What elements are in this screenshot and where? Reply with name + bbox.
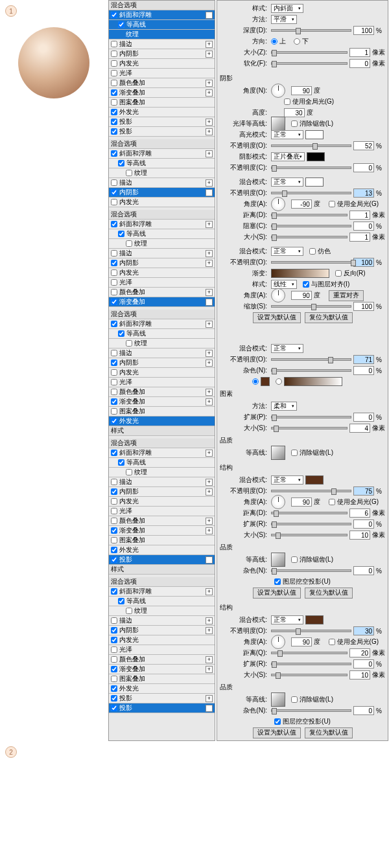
effects-panel: 混合选项 斜面和浮雕+ 等高线 纹理 描边+ 内阴影+ 内发光 光泽 颜色叠加+… <box>108 0 215 741</box>
inner-shadow-6[interactable]: 内阴影+ <box>109 626 215 635</box>
global-light-cb[interactable] <box>284 98 290 105</box>
satin-4[interactable]: 光泽 <box>109 378 215 387</box>
blend-options-2[interactable]: 混合选项 <box>109 139 215 149</box>
reset-default-btn[interactable]: 复位为默认值 <box>305 312 353 323</box>
angle-dial[interactable] <box>271 84 285 98</box>
bevel-emboss-5[interactable]: 斜面和浮雕+ <box>109 448 215 458</box>
texture-4[interactable]: 纹理 <box>109 339 215 348</box>
drop-shadow2[interactable]: 投影+ <box>109 127 215 137</box>
satin-6[interactable]: 光泽 <box>109 645 215 655</box>
stroke-4[interactable]: 描边+ <box>109 348 215 358</box>
stroke[interactable]: 描边+ <box>109 40 215 49</box>
dir-down[interactable] <box>294 38 300 45</box>
preview-sphere <box>18 27 89 98</box>
color-overlay-5[interactable]: 颜色叠加+ <box>109 516 215 526</box>
outer-glow-6[interactable]: 外发光 <box>109 684 215 694</box>
style-5[interactable]: 样式 <box>109 565 215 575</box>
color-overlay-3[interactable]: 颜色叠加+ <box>109 288 215 297</box>
texture-2[interactable]: 纹理 <box>109 168 215 178</box>
bevel-emboss-2[interactable]: 斜面和浮雕+ <box>109 149 215 159</box>
drop-shadow-6b[interactable]: 投影+ <box>109 703 215 713</box>
inner-glow-3[interactable]: 内发光 <box>109 268 215 278</box>
inner-shadow-4[interactable]: 内阴影+ <box>109 358 215 368</box>
inner-glow-4[interactable]: 内发光 <box>109 368 215 378</box>
pattern-overlay-4[interactable]: 图案叠加 <box>109 407 215 417</box>
bevel-emboss-6[interactable]: 斜面和浮雕+ <box>109 587 215 597</box>
gloss-contour[interactable] <box>271 117 285 131</box>
inner-shadow-3[interactable]: 内阴影+ <box>109 258 215 268</box>
inner-shadow[interactable]: 内阴影+ <box>109 49 215 59</box>
blend-options-5[interactable]: 混合选项 <box>109 439 215 448</box>
pattern-overlay-6[interactable]: 图案叠加 <box>109 674 215 684</box>
contour-4[interactable]: 等高线 <box>109 329 215 339</box>
bevel-emboss[interactable]: 斜面和浮雕+ <box>109 10 215 20</box>
style-select[interactable]: 内斜面▾ <box>271 4 303 13</box>
grad-overlay-5[interactable]: 渐变叠加+ <box>109 526 215 536</box>
color-overlay[interactable]: 颜色叠加+ <box>109 78 215 88</box>
inner-glow-5[interactable]: 内发光 <box>109 497 215 507</box>
satin-5[interactable]: 光泽 <box>109 507 215 516</box>
color-overlay-4[interactable]: 颜色叠加+ <box>109 387 215 397</box>
reset-align-btn[interactable]: 重置对齐 <box>329 290 364 301</box>
depth-input[interactable]: 100 <box>353 26 374 35</box>
stroke-3[interactable]: 描边+ <box>109 249 215 258</box>
inner-shadow-2[interactable]: 内阴影+ <box>109 188 215 198</box>
hilite-color[interactable] <box>305 130 324 139</box>
stroke-2[interactable]: 描边+ <box>109 178 215 188</box>
inner-shadow-5[interactable]: 内阴影+ <box>109 487 215 497</box>
depth-slider[interactable] <box>271 29 351 32</box>
drop-shadow-6a[interactable]: 投影+ <box>109 694 215 703</box>
stroke-5[interactable]: 描边+ <box>109 477 215 487</box>
shading-title: 阴影 <box>220 72 385 85</box>
texture-5[interactable]: 纹理 <box>109 468 215 477</box>
inner-glow-6[interactable]: 内发光 <box>109 635 215 645</box>
outer-glow-4[interactable]: 外发光 <box>109 417 215 426</box>
stroke-6[interactable]: 描边+ <box>109 616 215 626</box>
contour-6[interactable]: 等高线 <box>109 597 215 606</box>
texture[interactable]: 纹理 <box>109 30 215 40</box>
blend-options-3[interactable]: 混合选项 <box>109 210 215 220</box>
add-icon[interactable]: + <box>206 12 213 19</box>
grad-overlay-3[interactable]: 渐变叠加+ <box>109 297 215 307</box>
color-overlay-6[interactable]: 颜色叠加+ <box>109 655 215 665</box>
method-select[interactable]: 平滑▾ <box>271 15 297 24</box>
set-default-btn[interactable]: 设置为默认值 <box>253 312 301 323</box>
properties-panel: 样式:内斜面▾ 方法:平滑▾ 深度(D):100% 方向:上 下 大小(Z):1… <box>217 0 388 741</box>
bevel-emboss-4[interactable]: 斜面和浮雕+ <box>109 319 215 329</box>
blend-options[interactable]: 混合选项 <box>109 1 215 10</box>
grad-overlay-4[interactable]: 渐变叠加+ <box>109 397 215 407</box>
step-badge-1: 1 <box>5 5 17 17</box>
contour[interactable]: 等高线 <box>109 20 215 30</box>
bevel-emboss-3[interactable]: 斜面和浮雕+ <box>109 220 215 229</box>
outer-glow-5[interactable]: 外发光 <box>109 545 215 555</box>
grad-overlay[interactable]: 渐变叠加+ <box>109 88 215 98</box>
pattern-overlay[interactable]: 图案叠加 <box>109 98 215 108</box>
dir-up[interactable] <box>271 38 277 45</box>
satin-3[interactable]: 光泽 <box>109 278 215 288</box>
pattern-overlay-5[interactable]: 图案叠加 <box>109 536 215 545</box>
gradient-picker[interactable] <box>271 269 329 278</box>
blend-options-6[interactable]: 混合选项 <box>109 577 215 587</box>
preview-col: 1 <box>0 0 107 741</box>
style-4[interactable]: 样式 <box>109 426 215 436</box>
contour-3[interactable]: 等高线 <box>109 229 215 239</box>
glow-gradient[interactable] <box>284 377 342 386</box>
contour-5[interactable]: 等高线 <box>109 458 215 468</box>
inner-glow-2[interactable]: 内发光 <box>109 198 215 207</box>
satin[interactable]: 光泽 <box>109 69 215 78</box>
shadow-color[interactable] <box>307 152 325 161</box>
contour-2[interactable]: 等高线 <box>109 159 215 168</box>
drop-shadow-5[interactable]: 投影+ <box>109 555 215 565</box>
texture-3[interactable]: 纹理 <box>109 239 215 249</box>
glow-color[interactable] <box>261 377 270 386</box>
drop-shadow[interactable]: 投影+ <box>109 117 215 127</box>
texture-6[interactable]: 纹理 <box>109 606 215 616</box>
grad-overlay-6[interactable]: 渐变叠加+ <box>109 665 215 674</box>
outer-glow[interactable]: 外发光 <box>109 108 215 117</box>
step-badge-2: 2 <box>5 746 17 758</box>
blend-options-4[interactable]: 混合选项 <box>109 310 215 319</box>
inner-glow[interactable]: 内发光 <box>109 59 215 69</box>
